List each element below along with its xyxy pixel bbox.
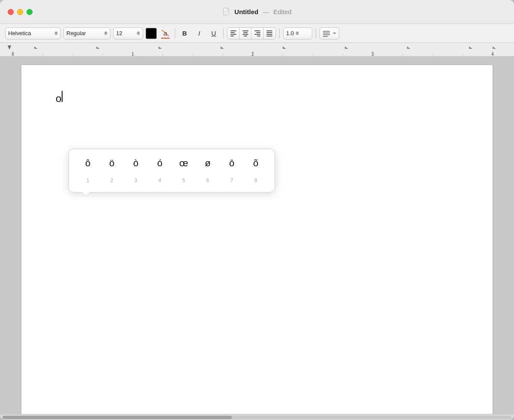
char-number-label: 3: [134, 177, 137, 183]
typed-character: o: [56, 91, 61, 106]
font-arrow-up: [54, 31, 58, 33]
bold-button[interactable]: B: [179, 27, 191, 39]
strikethrough-icon: [159, 27, 171, 39]
char-number-label: 4: [158, 177, 161, 183]
svg-rect-9: [0, 43, 514, 57]
char-number-item[interactable]: 7: [220, 175, 244, 186]
align-group: [227, 27, 276, 39]
style-arrow-down: [104, 33, 108, 35]
minimize-button[interactable]: [17, 9, 23, 15]
char-number-label: 7: [230, 177, 233, 183]
document-page[interactable]: ôöòóœøōõ 12345678 o: [21, 65, 493, 414]
char-symbol: ø: [205, 158, 210, 169]
char-item[interactable]: ø: [196, 155, 220, 171]
char-number-item[interactable]: 2: [100, 175, 124, 186]
char-picker-row: ôöòóœøōõ: [76, 155, 268, 171]
align-center-icon: [242, 30, 248, 36]
title-area: Untitled — Edited: [222, 8, 291, 16]
close-button[interactable]: [8, 9, 14, 15]
text-color-button[interactable]: a: [159, 27, 171, 39]
svg-text:1: 1: [131, 52, 134, 57]
char-number-label: 8: [254, 177, 257, 183]
char-number-item[interactable]: 8: [244, 175, 268, 186]
toolbar: Helvetica Regular 12 a: [0, 24, 514, 43]
document-status: Edited: [273, 8, 292, 15]
char-symbol: ò: [133, 158, 138, 169]
char-item[interactable]: ô: [76, 155, 100, 171]
size-selector[interactable]: 12: [113, 27, 143, 39]
spacing-arrows: [296, 31, 299, 35]
spacing-button[interactable]: 1.0: [283, 27, 312, 39]
scrollbar-thumb[interactable]: [3, 416, 232, 419]
text-cursor: [62, 91, 63, 102]
size-arrows: [137, 31, 140, 35]
app-window: Untitled — Edited Helvetica Regular 12: [0, 0, 514, 420]
size-label: 12: [116, 30, 135, 36]
font-arrows: [54, 31, 58, 35]
spacing-arrow-up: [296, 31, 299, 33]
char-number-label: 6: [206, 177, 209, 183]
char-symbol: õ: [253, 158, 258, 169]
document-title: Untitled: [234, 8, 258, 15]
char-item[interactable]: œ: [172, 155, 196, 171]
italic-label: I: [198, 30, 200, 37]
ruler-svg: 0 1 2 3 4: [0, 43, 514, 57]
align-justify-button[interactable]: [263, 28, 275, 39]
char-number-item[interactable]: 1: [76, 175, 100, 186]
scrollbar-area[interactable]: [0, 414, 514, 420]
size-arrow-up: [137, 31, 140, 33]
style-selector[interactable]: Regular: [63, 27, 111, 39]
italic-button[interactable]: I: [193, 27, 205, 39]
char-item[interactable]: ò: [124, 155, 148, 171]
ruler: 0 1 2 3 4: [0, 43, 514, 57]
char-number-item[interactable]: 4: [148, 175, 172, 186]
char-symbol: ō: [229, 158, 234, 169]
font-arrow-down: [54, 33, 58, 35]
maximize-button[interactable]: [27, 9, 33, 15]
char-symbol: ô: [85, 158, 90, 169]
toolbar-divider-4: [316, 28, 316, 39]
underline-button[interactable]: U: [208, 27, 220, 39]
char-number-item[interactable]: 3: [124, 175, 148, 186]
char-picker-popup[interactable]: ôöòóœøōõ 12345678: [69, 149, 275, 192]
color-swatch[interactable]: [146, 28, 157, 39]
document-icon: [222, 8, 231, 16]
char-symbol: ó: [157, 158, 162, 169]
char-number-label: 1: [87, 177, 90, 183]
char-number-label: 5: [182, 177, 185, 183]
style-arrows: [104, 31, 108, 35]
style-arrow-up: [104, 31, 108, 33]
spacing-label: 1.0: [286, 30, 294, 36]
align-right-icon: [254, 30, 260, 36]
spacing-arrow-down: [296, 33, 299, 35]
char-number-label: 2: [111, 177, 114, 183]
svg-text:3: 3: [371, 52, 374, 57]
scrollbar-track[interactable]: [3, 416, 511, 419]
char-item[interactable]: ō: [220, 155, 244, 171]
traffic-lights: [8, 9, 33, 15]
style-label: Regular: [66, 30, 102, 36]
svg-text:0: 0: [12, 52, 14, 57]
align-center-button[interactable]: [239, 28, 251, 39]
list-arrow-down: [333, 33, 336, 34]
char-item[interactable]: ö: [100, 155, 124, 171]
title-separator: —: [263, 8, 269, 15]
align-left-button[interactable]: [227, 28, 239, 39]
document-area[interactable]: ôöòóœøōõ 12345678 o: [0, 57, 514, 414]
svg-text:2: 2: [251, 52, 254, 57]
align-justify-icon: [266, 30, 272, 36]
char-number-item[interactable]: 5: [172, 175, 196, 186]
svg-text:4: 4: [491, 52, 494, 57]
char-symbol: œ: [179, 158, 188, 169]
toolbar-divider-1: [175, 28, 175, 39]
text-area[interactable]: o: [56, 91, 458, 106]
char-item[interactable]: õ: [244, 155, 268, 171]
list-button[interactable]: [320, 27, 339, 39]
align-right-button[interactable]: [251, 28, 263, 39]
size-arrow-down: [137, 33, 140, 35]
char-item[interactable]: ó: [148, 155, 172, 171]
char-number-item[interactable]: 6: [196, 175, 220, 186]
toolbar-divider-2: [223, 28, 224, 39]
font-selector[interactable]: Helvetica: [5, 27, 61, 39]
bold-label: B: [182, 30, 187, 37]
